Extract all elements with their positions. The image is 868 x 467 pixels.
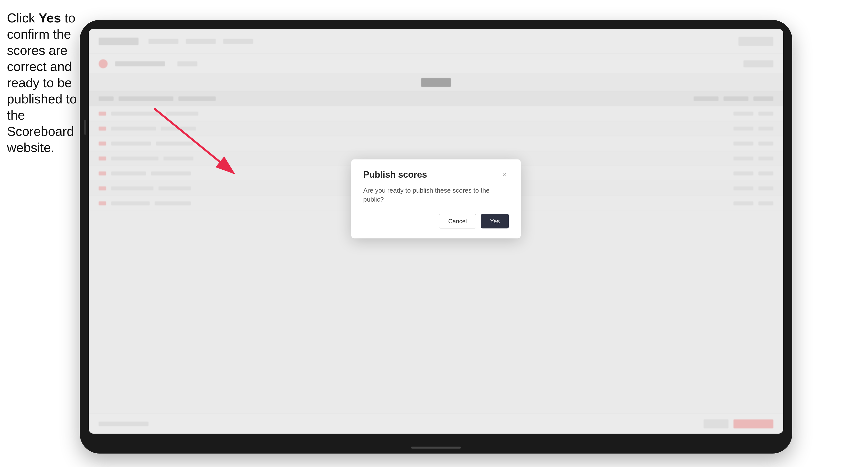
instruction-bold: Yes (39, 11, 61, 25)
tablet-home-indicator (411, 446, 461, 448)
tablet-frame: Publish scores × Are you ready to publis… (80, 20, 792, 454)
dialog-close-button[interactable]: × (500, 170, 509, 179)
dialog-header: Publish scores × (363, 169, 509, 180)
instruction-suffix: to confirm the scores are correct and re… (7, 11, 77, 155)
dialog-footer: Cancel Yes (363, 214, 509, 228)
instruction-text: Click Yes to confirm the scores are corr… (7, 10, 84, 156)
tablet-side-button (84, 120, 86, 134)
dialog-title: Publish scores (363, 169, 427, 180)
publish-dialog: Publish scores × Are you ready to publis… (351, 159, 521, 239)
yes-button[interactable]: Yes (481, 214, 509, 228)
cancel-button[interactable]: Cancel (439, 214, 476, 228)
instruction-prefix: Click (7, 11, 39, 25)
tablet-screen: Publish scores × Are you ready to publis… (89, 29, 783, 434)
dialog-body-text: Are you ready to publish these scores to… (363, 186, 509, 204)
